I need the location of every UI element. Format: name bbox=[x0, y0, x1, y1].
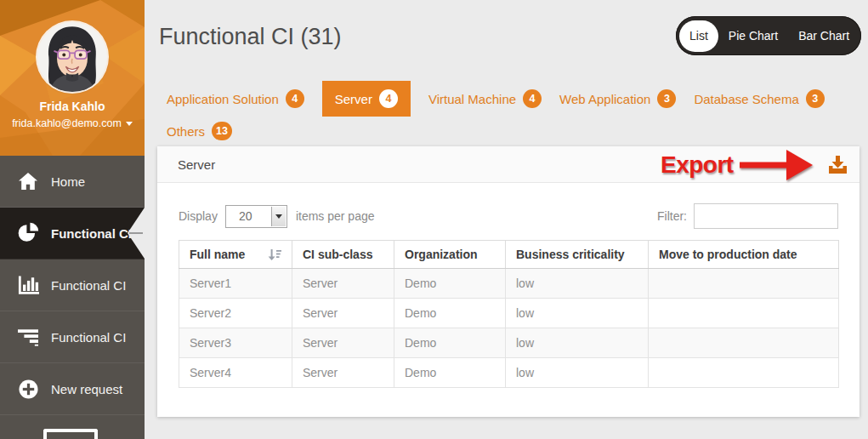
filter-label: Filter: bbox=[657, 209, 687, 223]
caret-down-icon bbox=[126, 122, 133, 126]
sidebar-item-label: Functional CI bbox=[51, 226, 132, 241]
ci-sub-class-cell: Server bbox=[292, 299, 394, 328]
column-header-ci-sub-class[interactable]: CI sub-class bbox=[292, 241, 394, 269]
per-page-label: items per page bbox=[296, 209, 375, 223]
table-controls: Display 20 items per page Filter: bbox=[179, 203, 838, 229]
tab-web-application[interactable]: Web Application 3 bbox=[559, 81, 676, 117]
export-annotation: Export bbox=[661, 147, 814, 182]
sidebar-item-new-request[interactable]: New request bbox=[0, 363, 145, 415]
home-icon bbox=[13, 172, 43, 191]
ci-sub-class-cell: Server bbox=[292, 328, 394, 358]
server-panel: Server Export Display bbox=[157, 146, 859, 417]
business-criticality-cell: low bbox=[506, 299, 649, 328]
business-criticality-cell: low bbox=[506, 358, 649, 388]
tab-server[interactable]: Server 4 bbox=[322, 81, 411, 117]
filter-input[interactable] bbox=[694, 203, 838, 229]
page-size-select[interactable]: 20 bbox=[225, 205, 287, 228]
count-badge: 3 bbox=[657, 89, 676, 108]
move-to-production-date-cell bbox=[649, 269, 839, 299]
ci-sub-class-cell: Server bbox=[292, 269, 394, 299]
plus-circle-icon bbox=[13, 379, 43, 399]
business-criticality-cell: low bbox=[506, 328, 649, 358]
ci-sub-class-cell: Server bbox=[292, 358, 394, 388]
avatar bbox=[37, 22, 107, 92]
full-name-link[interactable]: Server1 bbox=[179, 269, 292, 299]
table-row: Server2 Server Demo low bbox=[179, 299, 839, 328]
display-label: Display bbox=[179, 209, 218, 223]
page-title: Functional CI (31) bbox=[159, 24, 342, 50]
funnel-icon bbox=[13, 328, 43, 346]
business-criticality-cell: low bbox=[506, 269, 649, 299]
view-toggle-pie-chart[interactable]: Pie Chart bbox=[718, 20, 788, 52]
select-dropdown-button[interactable] bbox=[271, 207, 286, 226]
full-name-link[interactable]: Server4 bbox=[179, 358, 292, 388]
count-badge: 3 bbox=[806, 89, 825, 108]
sidebar-item-home[interactable]: Home bbox=[0, 156, 145, 208]
full-name-link[interactable]: Server2 bbox=[179, 299, 292, 328]
column-header-organization[interactable]: Organization bbox=[394, 241, 506, 269]
sort-icon bbox=[268, 248, 281, 261]
tab-application-solution[interactable]: Application Solution 4 bbox=[167, 81, 304, 117]
server-table: Full name C bbox=[179, 240, 839, 388]
class-tabs: Application Solution 4 Server 4 Virtual … bbox=[167, 81, 859, 144]
count-badge: 4 bbox=[523, 89, 542, 108]
itop-portal-window: Frida Kahlo frida.kahlo@demo.com Home Fu… bbox=[0, 0, 868, 439]
table-row: Server3 Server Demo low bbox=[179, 328, 839, 358]
count-badge: 13 bbox=[212, 122, 232, 140]
table-row: Server4 Server Demo low bbox=[179, 358, 839, 388]
view-toggle-bar-chart[interactable]: Bar Chart bbox=[788, 20, 859, 52]
tab-others[interactable]: Others 13 bbox=[167, 118, 232, 144]
sidebar: Frida Kahlo frida.kahlo@demo.com Home Fu… bbox=[0, 0, 145, 439]
user-menu-toggle[interactable]: frida.kahlo@demo.com bbox=[0, 117, 145, 129]
panel-title: Server bbox=[178, 157, 215, 172]
view-toggle-list[interactable]: List bbox=[679, 20, 718, 52]
red-arrow-icon bbox=[740, 148, 814, 182]
tab-virtual-machine[interactable]: Virtual Machine 4 bbox=[428, 81, 542, 117]
full-name-link[interactable]: Server3 bbox=[179, 328, 292, 358]
move-to-production-date-cell bbox=[649, 299, 839, 328]
count-badge: 4 bbox=[286, 89, 304, 108]
sidebar-menu: Home Functional CI bbox=[0, 156, 145, 415]
document-icon bbox=[43, 429, 98, 439]
sidebar-item-label: Home bbox=[51, 174, 85, 189]
user-panel: Frida Kahlo frida.kahlo@demo.com bbox=[0, 0, 145, 156]
column-header-move-to-production-date[interactable]: Move to production date bbox=[649, 241, 839, 269]
user-name: Frida Kahlo bbox=[0, 100, 145, 113]
caret-down-icon bbox=[275, 214, 282, 219]
tab-database-schema[interactable]: Database Schema 3 bbox=[694, 81, 824, 117]
main-content: Functional CI (31) List Pie Chart Bar Ch… bbox=[145, 0, 868, 439]
sidebar-item-label: Functional CI bbox=[51, 278, 126, 293]
sidebar-item-functional-ci-list[interactable]: Functional CI bbox=[0, 208, 145, 259]
view-toggle: List Pie Chart Bar Chart bbox=[676, 16, 861, 55]
panel-header: Server Export bbox=[157, 146, 859, 183]
export-download-button[interactable] bbox=[829, 156, 847, 176]
table-header-row: Full name C bbox=[179, 241, 839, 269]
sidebar-item-label: New request bbox=[51, 382, 122, 396]
column-header-business-criticality[interactable]: Business criticality bbox=[506, 241, 649, 269]
download-icon bbox=[829, 156, 847, 174]
sidebar-item-functional-ci-bar[interactable]: Functional CI bbox=[0, 259, 145, 311]
column-header-full-name[interactable]: Full name bbox=[179, 241, 292, 269]
sidebar-item-label: Functional CI bbox=[51, 330, 126, 345]
move-to-production-date-cell bbox=[649, 358, 839, 388]
organization-link[interactable]: Demo bbox=[394, 358, 506, 388]
export-annotation-label: Export bbox=[661, 151, 734, 179]
table-row: Server1 Server Demo low bbox=[179, 269, 839, 299]
bar-chart-icon bbox=[13, 276, 43, 295]
move-to-production-date-cell bbox=[649, 328, 839, 358]
pie-chart-icon bbox=[13, 222, 43, 244]
page-size-value: 20 bbox=[239, 209, 252, 223]
organization-link[interactable]: Demo bbox=[394, 269, 506, 299]
sidebar-item-functional-ci-funnel[interactable]: Functional CI bbox=[0, 311, 145, 363]
organization-link[interactable]: Demo bbox=[394, 328, 506, 358]
organization-link[interactable]: Demo bbox=[394, 299, 506, 328]
panel-body: Display 20 items per page Filter: bbox=[157, 183, 859, 388]
count-badge: 4 bbox=[379, 89, 398, 108]
